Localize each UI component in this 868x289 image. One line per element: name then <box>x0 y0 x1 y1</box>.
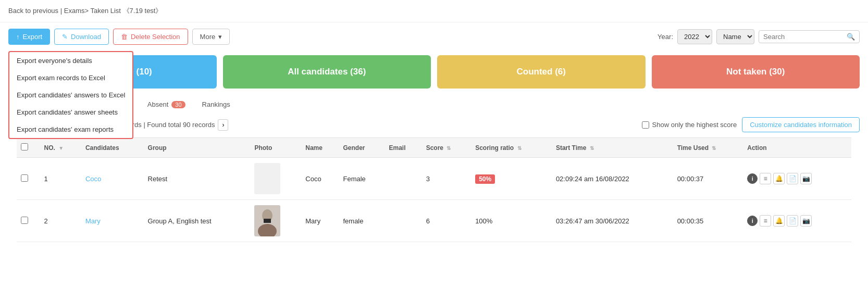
action-icons: i ≡ 🔔 📄 📷 <box>747 173 847 184</box>
search-input[interactable] <box>763 33 847 41</box>
photo-with-image <box>254 205 280 236</box>
stat-counted[interactable]: Counted (6) <box>437 55 646 89</box>
svg-rect-3 <box>264 219 271 223</box>
table-row: 1 Coco Retest Coco Female 3 50% 02:09:24… <box>17 158 851 200</box>
used-sort-icon: ⇅ <box>712 145 716 151</box>
sort-icon: ▼ <box>58 145 64 151</box>
toolbar: ↑ Export ✎ Download 🗑 Delete Selection M… <box>0 22 868 51</box>
row2-candidates[interactable]: Mary <box>81 200 144 242</box>
col-score[interactable]: Score ⇅ <box>422 138 471 158</box>
export-button[interactable]: ↑ Export <box>8 29 50 45</box>
col-name: Name <box>301 138 339 158</box>
action-bell-button-2[interactable]: 🔔 <box>773 215 785 227</box>
pagination-right: Show only the highest score Customize ca… <box>642 117 860 132</box>
action-info-button-2[interactable]: i <box>747 216 758 226</box>
exam-name: 《7.19 test》 <box>123 7 163 15</box>
action-camera-button[interactable]: 📷 <box>800 173 812 184</box>
row2-checkbox[interactable] <box>17 200 40 242</box>
col-scoring-ratio[interactable]: Scoring ratio ⇅ <box>471 138 552 158</box>
stat-all-candidates[interactable]: All candidates (36) <box>223 55 431 89</box>
row1-group: Retest <box>144 158 251 200</box>
row2-start-time: 03:26:47 am 30/06/2022 <box>552 200 673 242</box>
export-dropdown: Export everyone's details Export exam re… <box>8 51 133 139</box>
row1-checkbox[interactable] <box>17 158 40 200</box>
tab-rankings[interactable]: Rankings <box>195 97 238 112</box>
action-icons-2: i ≡ 🔔 📄 📷 <box>747 215 847 227</box>
search-box: 🔍 <box>759 30 860 43</box>
time-sort-icon: ⇅ <box>590 145 594 151</box>
data-table: NO. ▼ Candidates Group Photo Name Gender… <box>17 137 851 242</box>
action-bell-button[interactable]: 🔔 <box>773 173 785 184</box>
select-all-checkbox[interactable] <box>21 143 28 150</box>
row2-photo <box>250 200 301 242</box>
records-text: records | Found total 90 records <box>119 121 215 129</box>
download-button[interactable]: ✎ Download <box>54 29 109 45</box>
action-list-button-2[interactable]: ≡ <box>760 215 771 227</box>
table-row: 2 Mary Group A, English test Mary female <box>17 200 851 242</box>
col-email: Email <box>385 138 421 158</box>
highest-score-checkbox[interactable] <box>642 121 649 129</box>
name-select[interactable]: Name ID <box>716 29 754 44</box>
breadcrumb-path: Exams> Taken List <box>64 7 121 15</box>
action-info-button[interactable]: i <box>747 173 758 184</box>
action-doc-button[interactable]: 📄 <box>787 173 798 184</box>
breadcrumb: Back to previous | Exams> Taken List 《7.… <box>0 0 868 22</box>
row2-score: 6 <box>422 200 471 242</box>
dropdown-item-2[interactable]: Export exam records to Excel <box>9 69 132 86</box>
delete-selection-button[interactable]: 🗑 Delete Selection <box>113 29 188 45</box>
photo-placeholder <box>254 163 280 194</box>
page-next-button[interactable]: › <box>218 119 228 131</box>
export-icon: ↑ <box>16 33 20 41</box>
toolbar-right: Year: 2022 2021 2023 Name ID 🔍 <box>658 29 860 44</box>
row2-group: Group A, English test <box>144 200 251 242</box>
action-camera-button-2[interactable]: 📷 <box>800 215 812 227</box>
table-header-row: NO. ▼ Candidates Group Photo Name Gender… <box>17 138 851 158</box>
chevron-down-icon: ▾ <box>218 33 222 41</box>
row2-time-used: 00:00:35 <box>673 200 743 242</box>
customize-button[interactable]: Customize candidates information <box>742 117 860 132</box>
highest-score-label[interactable]: Show only the highest score <box>642 121 737 129</box>
row2-action: i ≡ 🔔 📄 📷 <box>743 200 851 242</box>
row1-gender: Female <box>339 158 385 200</box>
col-no[interactable]: NO. ▼ <box>40 138 81 158</box>
dropdown-item-5[interactable]: Export candidates' exam reports <box>9 121 132 138</box>
more-button[interactable]: More ▾ <box>192 29 230 45</box>
row1-email <box>385 158 421 200</box>
row1-photo <box>250 158 301 200</box>
dropdown-item-1[interactable]: Export everyone's details <box>9 52 132 69</box>
score-sort-icon: ⇅ <box>447 145 451 151</box>
row2-name: Mary <box>301 200 339 242</box>
year-select[interactable]: 2022 2021 2023 <box>677 29 712 44</box>
col-group: Group <box>144 138 251 158</box>
row1-time-used: 00:00:37 <box>673 158 743 200</box>
dropdown-item-4[interactable]: Export candidates' answer sheets <box>9 104 132 121</box>
col-photo: Photo <box>250 138 301 158</box>
absent-badge: 30 <box>171 101 185 108</box>
row2-gender: female <box>339 200 385 242</box>
dropdown-item-3[interactable]: Export candidates' answers to Excel <box>9 86 132 104</box>
row1-name: Coco <box>301 158 339 200</box>
row1-candidates[interactable]: Coco <box>81 158 144 200</box>
action-doc-button-2[interactable]: 📄 <box>787 215 798 227</box>
col-action: Action <box>743 138 851 158</box>
row1-action: i ≡ 🔔 📄 📷 <box>743 158 851 200</box>
col-checkbox <box>17 138 40 158</box>
col-candidates: Candidates <box>81 138 144 158</box>
row1-start-time: 02:09:24 am 16/08/2022 <box>552 158 673 200</box>
stat-not-taken[interactable]: Not taken (30) <box>652 55 860 89</box>
col-gender: Gender <box>339 138 385 158</box>
search-icon: 🔍 <box>847 33 855 41</box>
back-link[interactable]: Back to previous <box>8 7 58 15</box>
col-time-used[interactable]: Time Used ⇅ <box>673 138 743 158</box>
row1-scoring-ratio: 50% <box>471 158 552 200</box>
delete-icon: 🗑 <box>121 33 128 41</box>
row1-no: 1 <box>40 158 81 200</box>
row2-no: 2 <box>40 200 81 242</box>
col-start-time[interactable]: Start Time ⇅ <box>552 138 673 158</box>
row1-score: 3 <box>422 158 471 200</box>
row2-email <box>385 200 421 242</box>
action-list-button[interactable]: ≡ <box>760 173 771 184</box>
year-label: Year: <box>658 33 673 41</box>
tab-absent[interactable]: Absent 30 <box>140 97 193 112</box>
row2-scoring-ratio: 100% <box>471 200 552 242</box>
